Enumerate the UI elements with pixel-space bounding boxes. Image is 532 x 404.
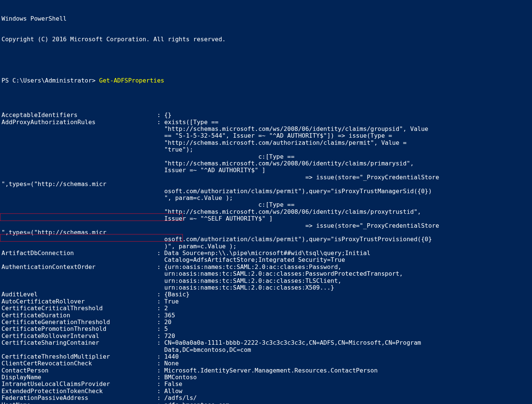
window-title: Windows PowerShell [2, 15, 532, 22]
output-line: HostName : adfs.bmcontoso.com [2, 402, 532, 404]
output-line: CertificateDuration : 365 [2, 312, 532, 319]
output-line: ", param=c.Value ); [2, 195, 532, 201]
output-line: CertificatePromotionThreshold : 5 [2, 326, 532, 332]
command-output: AcceptableIdentifiers : {}AddProxyAuthor… [2, 98, 532, 404]
output-line: AuthenticationContextOrder : {urn:oasis:… [2, 264, 532, 270]
output-line: CertificateRolloverInterval : 720 [2, 333, 532, 339]
output-line: urn:oasis:names:tc:SAML:2.0:ac:classes:X… [2, 284, 532, 291]
output-line: Data,DC=bmcontoso,DC=com [2, 347, 532, 353]
output-line: ",types=("http://schemas.micr [2, 181, 532, 188]
output-line: "http://schemas.microsoft.com/authorizat… [2, 140, 532, 146]
output-line: AutoCertificateRollover : True [2, 298, 532, 305]
output-line: ",types=("http://schemas.micr [2, 229, 532, 236]
output-line: => issue(store="_ProxyCredentialStore [2, 174, 532, 181]
output-line: CertificateThresholdMultiplier : 1440 [2, 353, 532, 360]
output-line: osoft.com/authorization/claims/permit"),… [2, 188, 532, 195]
output-line: FederationPassiveAddress : /adfs/ls/ [2, 395, 532, 401]
output-line: osoft.com/authorization/claims/permit"),… [2, 236, 532, 243]
prompt-line[interactable]: PS C:\Users\Administrator> Get-ADFSPrope… [2, 77, 532, 84]
output-line: CertificateGenerationThreshold : 20 [2, 319, 532, 326]
output-line: AddProxyAuthorizationRules : exists([Typ… [2, 119, 532, 126]
output-line: ContactPerson : Microsoft.IdentityServer… [2, 367, 532, 374]
output-line: "true"); [2, 146, 532, 153]
output-line: )", param=c.Value ); [2, 243, 532, 250]
output-line: Issuer =~ "^SELF AUTHORITY$" ] [2, 215, 532, 222]
copyright-line: Copyright (C) 2016 Microsoft Corporation… [2, 36, 532, 43]
output-line [2, 98, 532, 105]
output-line: urn:oasis:names:tc:SAML:2.0:ac:classes:P… [2, 270, 532, 277]
output-line: c:[Type == [2, 201, 532, 208]
output-line: ExtendedProtectionTokenCheck : Allow [2, 388, 532, 395]
output-line [2, 105, 532, 112]
output-line: AuditLevel : {Basic} [2, 291, 532, 298]
output-line: DisplayName : BMContoso [2, 374, 532, 381]
output-line: Issuer =~ "^AD AUTHORITY$" ] [2, 167, 532, 174]
output-line: urn:oasis:names:tc:SAML:2.0:ac:classes:T… [2, 278, 532, 284]
output-line: ArtifactDbConnection : Data Source=np:\\… [2, 250, 532, 257]
output-line: => issue(store="_ProxyCredentialStore [2, 222, 532, 229]
output-line: CertificateCriticalThreshold : 2 [2, 305, 532, 312]
output-line: AcceptableIdentifiers : {} [2, 112, 532, 119]
prompt-prefix: PS C:\Users\Administrator> [2, 77, 99, 84]
output-line: ClientCertRevocationCheck : None [2, 360, 532, 367]
output-line: c:[Type == [2, 153, 532, 160]
output-line: == "S-1-5-32-544", Issuer =~ "^AD AUTHOR… [2, 132, 532, 139]
output-line: "http://schemas.microsoft.com/ws/2008/06… [2, 126, 532, 132]
output-line: "http://schemas.microsoft.com/ws/2008/06… [2, 160, 532, 167]
output-line: IntranetUseLocalClaimsProvider : False [2, 381, 532, 387]
blank-line [2, 57, 532, 63]
output-line: CertificateSharingContainer : CN=0a0a0a0… [2, 339, 532, 346]
output-line: "http://schemas.microsoft.com/ws/2008/06… [2, 209, 532, 215]
powershell-terminal[interactable]: Windows PowerShell Copyright (C) 2016 Mi… [0, 0, 532, 404]
output-line: Catalog=AdfsArtifactStore;Integrated Sec… [2, 257, 532, 263]
command-text: Get-ADFSProperties [99, 77, 164, 84]
